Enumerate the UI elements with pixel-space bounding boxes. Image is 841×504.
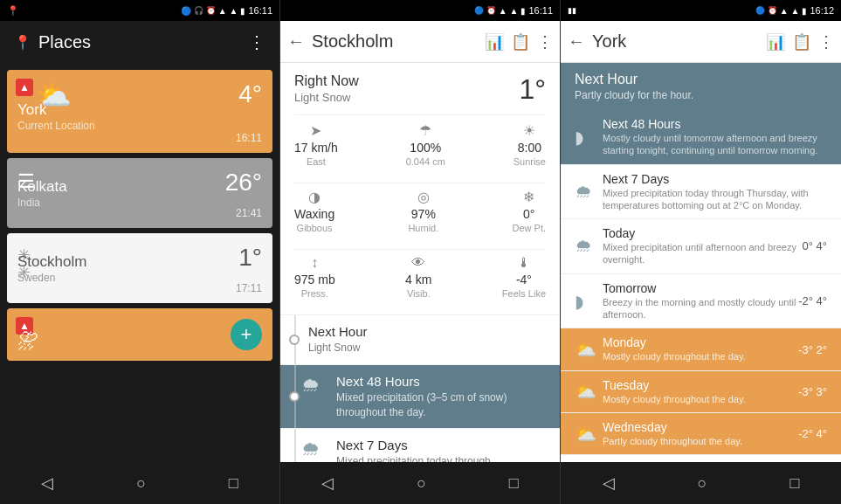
- current-weather-block: Right Now Light Snow 1° ➤ 17 km/h East ☂…: [280, 63, 560, 315]
- humidity-val: 97%: [411, 207, 436, 221]
- moon-val: Waxing: [294, 207, 334, 221]
- forecast-list: ◗ Next 48 Hours Mostly cloudy until tomo…: [561, 110, 841, 462]
- next-48-row[interactable]: 🌧 Next 48 Hours Mixed precipitation (3–5…: [280, 365, 560, 430]
- next7-title: Next 7 Days: [603, 172, 827, 186]
- pressure-sub: Press.: [301, 288, 328, 299]
- next-48-desc: Mixed precipitation (3–5 cm of snow) thr…: [336, 390, 546, 420]
- wednesday-title: Wednesday: [603, 420, 798, 434]
- status-time-3: 16:12: [810, 5, 834, 16]
- chart-icon-2[interactable]: 📊: [485, 32, 504, 52]
- home-nav-2[interactable]: ○: [417, 474, 426, 493]
- kolkata-card[interactable]: ☰ Kolkata India 26° 21:41: [7, 158, 272, 228]
- today-desc-3: Mixed precipitation until afternoon and …: [603, 241, 803, 266]
- feelslike-icon: 🌡: [517, 255, 531, 271]
- top-bar-places: 📍 Places ⋮: [0, 21, 279, 63]
- chart-icon-3[interactable]: 📊: [766, 32, 785, 52]
- battery-icon-2: ▮: [520, 6, 526, 16]
- panel-places: 📍 🔵 🎧 ⏰ ▲ ▲ ▮ 16:11 📍 Places ⋮ ▲ ⛅ York …: [0, 0, 280, 504]
- next-7-row[interactable]: 🌧 Next 7 Days Mixed precipitation today …: [280, 429, 560, 462]
- moon-icon: ◑: [308, 189, 321, 205]
- wind-detail: ➤ 17 km/h East: [294, 122, 338, 167]
- today-title-3: Today: [603, 226, 803, 240]
- york-alert-icon: ▲: [16, 79, 33, 96]
- next-hour-row[interactable]: Next Hour Light Snow: [280, 315, 560, 365]
- next-hour-header-title: Next Hour: [575, 72, 827, 87]
- kolkata-city-block: Kolkata India: [17, 178, 67, 209]
- wednesday-desc: Partly cloudy throughout the day.: [603, 435, 798, 447]
- forecast-tuesday[interactable]: ⛅ Tuesday Mostly cloudy throughout the d…: [561, 371, 841, 413]
- timeline-line-3: [294, 429, 296, 462]
- moon-sub: Gibbous: [297, 223, 333, 233]
- status-bar-1: 📍 🔵 🎧 ⏰ ▲ ▲ ▮ 16:11: [0, 0, 279, 21]
- stockholm-time: 17:11: [236, 282, 262, 294]
- back-nav-2[interactable]: ◁: [321, 473, 334, 493]
- forecast-next7[interactable]: 🌧 Next 7 Days Mixed precipitation today …: [561, 165, 841, 220]
- wifi-icon: ▲: [230, 6, 238, 16]
- york-card[interactable]: ▲ ⛅ York Current Location 4° 16:11: [7, 70, 272, 153]
- back-nav-3[interactable]: ◁: [603, 473, 615, 493]
- next-7-title: Next 7 Days: [336, 438, 546, 452]
- forecast-next48[interactable]: ◗ Next 48 Hours Mostly cloudy until tomo…: [561, 110, 841, 165]
- menu-icon-2[interactable]: ⋮: [537, 32, 553, 52]
- recent-nav-1[interactable]: □: [229, 474, 238, 493]
- current-label-block: Right Now Light Snow: [294, 73, 359, 104]
- wednesday-info: Wednesday Partly cloudy throughout the d…: [603, 420, 798, 447]
- feelslike-val: -4°: [516, 273, 532, 287]
- forecast-tomorrow[interactable]: ◗ Tomorrow Breezy in the morning and mos…: [561, 274, 841, 329]
- forecast-today[interactable]: 🌧 Today Mixed precipitation until aftern…: [561, 219, 841, 274]
- precip-icon: ☂: [419, 122, 431, 139]
- sunrise-sub: Sunrise: [514, 156, 546, 167]
- dewpoint-val: 0°: [523, 207, 534, 221]
- moon-detail: ◑ Waxing Gibbous: [294, 189, 334, 233]
- signal-icon-2: ▲: [499, 6, 507, 16]
- back-button-2[interactable]: ←: [287, 31, 305, 52]
- tomorrow-title: Tomorrow: [603, 281, 798, 295]
- share-icon-3[interactable]: 📋: [792, 32, 811, 52]
- humidity-icon: ◎: [417, 189, 430, 205]
- signal-icon: ▲: [218, 6, 227, 16]
- add-location-button[interactable]: +: [231, 319, 262, 350]
- home-nav-3[interactable]: ○: [698, 474, 707, 493]
- detail-top-bar: ← Stockholm 📊 📋 ⋮: [280, 21, 560, 63]
- home-nav-1[interactable]: ○: [136, 474, 146, 493]
- dewpoint-sub: Dew Pt.: [512, 223, 546, 233]
- monday-info: Monday Mostly cloudy throughout the day.: [603, 335, 798, 362]
- precip-sub: 0.044 cm: [406, 156, 445, 167]
- sunrise-icon: ☀: [523, 122, 535, 139]
- menu-icon-3[interactable]: ⋮: [818, 32, 834, 52]
- panel3-content: Next Hour Partly cloudy for the hour. ◗ …: [561, 63, 841, 462]
- visibility-icon: 👁: [411, 255, 425, 271]
- signal-icon-3: ▲: [780, 6, 789, 16]
- forecast-monday[interactable]: ⛅ Monday Mostly cloudy throughout the da…: [561, 328, 841, 370]
- share-icon-2[interactable]: 📋: [511, 32, 530, 52]
- next-48-text: Next 48 Hours Mixed precipitation (3–5 c…: [329, 374, 546, 420]
- wifi-icon-2: ▲: [510, 6, 519, 16]
- tuesday-icon: ⛅: [575, 381, 603, 402]
- alarm-icon: ⏰: [206, 6, 216, 15]
- back-nav-1[interactable]: ◁: [41, 473, 53, 493]
- recent-nav-3[interactable]: □: [790, 474, 800, 493]
- places-menu-icon[interactable]: ⋮: [248, 31, 265, 52]
- next-hour-header-sub: Partly cloudy for the hour.: [575, 89, 827, 101]
- stockholm-card[interactable]: ✳ ✳ Stockholm Sweden 1° 17:11: [7, 233, 272, 303]
- current-details-row3: ↕ 975 mb Press. 👁 4 km Visib. 🌡 -4° Feel…: [294, 249, 546, 306]
- back-button-3[interactable]: ←: [568, 31, 585, 52]
- add-location-card[interactable]: ▲ ⛈ +: [7, 308, 272, 361]
- pressure-icon: ↕: [311, 255, 318, 271]
- tomorrow-temps: -2° 4°: [798, 294, 827, 307]
- wifi-icon-3: ▲: [791, 6, 800, 16]
- stockholm-city-block: Stockholm Sweden: [17, 253, 86, 284]
- visibility-detail: 👁 4 km Visib.: [405, 255, 431, 299]
- recent-nav-2[interactable]: □: [509, 474, 519, 493]
- next-hour-header-block: Next Hour Partly cloudy for the hour.: [561, 63, 841, 110]
- nav-bar-3: ◁ ○ □: [561, 462, 841, 504]
- tomorrow-icon: ◗: [575, 291, 603, 312]
- sunrise-val: 8:00: [518, 141, 541, 155]
- panel-forecast-list: ▮▮ 🔵 ⏰ ▲ ▲ ▮ 16:12 ← York 📊 📋 ⋮ Next Hou…: [561, 0, 841, 504]
- current-details-row2: ◑ Waxing Gibbous ◎ 97% Humid. ❄ 0° Dew P…: [294, 183, 546, 240]
- forecast-wednesday[interactable]: ⛅ Wednesday Partly cloudy throughout the…: [561, 413, 841, 455]
- battery-icon-3: ▮: [802, 6, 807, 16]
- sunrise-detail: ☀ 8:00 Sunrise: [514, 122, 546, 167]
- monday-temps: -3° 2°: [798, 343, 827, 356]
- next7-desc: Mixed precipitation today through Thursd…: [603, 187, 827, 212]
